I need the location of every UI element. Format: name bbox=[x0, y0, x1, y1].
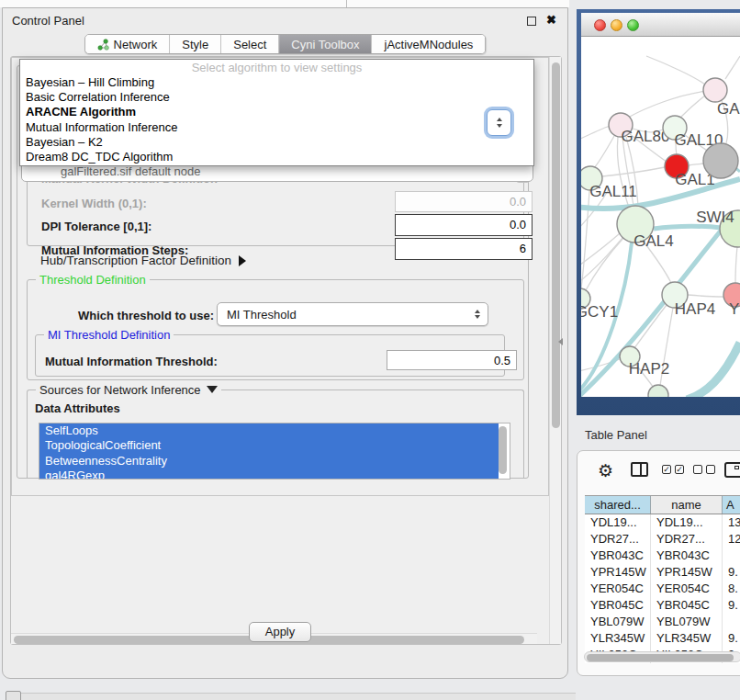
table-panel: ⚙ ✓✓ shared...nameA YDL19...YDL19...13YD… bbox=[577, 450, 740, 676]
kernel-width-input[interactable]: 0.0 bbox=[395, 191, 533, 212]
network-edge[interactable] bbox=[628, 90, 715, 118]
node-label: Y bbox=[729, 300, 739, 318]
table-settings-gear-icon[interactable]: ⚙ bbox=[598, 462, 613, 480]
scrollbar-thumb[interactable] bbox=[552, 62, 560, 428]
column-header-name[interactable]: name bbox=[651, 496, 723, 514]
panel-mode-icon[interactable] bbox=[724, 462, 740, 478]
group-title: MI Threshold Definition bbox=[44, 328, 174, 342]
network-graph: GALGAL80GAL10GAL1GAL11SWI4GAL4GCY1HAP4YH… bbox=[581, 38, 740, 397]
node-label: GAL80 bbox=[622, 128, 670, 145]
control-panel: Control Panel ✖ NetworkStyleSelectCyni T… bbox=[2, 7, 568, 679]
table-cell: YBR045C bbox=[651, 597, 723, 614]
column-header-shared[interactable]: shared... bbox=[585, 496, 651, 514]
dpi-tolerance-label: DPI Tolerance [0,1]: bbox=[41, 220, 151, 233]
close-traffic-light-icon[interactable] bbox=[594, 19, 606, 31]
table-row[interactable]: YDR27...YDR27...12 bbox=[585, 531, 740, 548]
table-cell: YBR043C bbox=[651, 548, 723, 564]
panel-splitter-handle[interactable] bbox=[558, 338, 563, 345]
algorithm-option[interactable]: Bayesian – K2 bbox=[20, 135, 533, 150]
table-cell: 9. bbox=[723, 630, 740, 647]
data-attributes-list[interactable]: SelfLoopsTopologicalCoefficientBetweenne… bbox=[39, 423, 510, 480]
table-row[interactable]: YBR045CYBR045C9. bbox=[585, 597, 740, 614]
table-row[interactable]: YBL079WYBL079W bbox=[585, 614, 740, 630]
algorithm-option[interactable]: Bayesian – Hill Climbing bbox=[20, 75, 533, 90]
tab-style[interactable]: Style bbox=[170, 35, 221, 53]
tab-jactivemnodules[interactable]: jActiveMNodules bbox=[373, 35, 486, 53]
table-cell: YDR27... bbox=[651, 531, 723, 548]
attribute-list-item[interactable]: BetweennessCentrality bbox=[39, 454, 499, 469]
tab-label: Cyni Toolbox bbox=[291, 38, 359, 51]
algorithm-option[interactable]: ARACNE Algorithm bbox=[20, 105, 533, 119]
select-columns-icon[interactable]: ✓✓ bbox=[662, 465, 684, 474]
table-cell: YPR145W bbox=[651, 564, 723, 581]
attribute-list-item[interactable]: SelfLoops bbox=[39, 423, 499, 438]
network-edge[interactable] bbox=[687, 343, 740, 397]
network-edge[interactable] bbox=[680, 96, 705, 118]
network-canvas[interactable]: GALGAL80GAL10GAL1GAL11SWI4GAL4GCY1HAP4YH… bbox=[581, 38, 740, 397]
deselect-columns-icon[interactable] bbox=[693, 465, 715, 474]
tab-select[interactable]: Select bbox=[221, 35, 279, 53]
network-edge[interactable] bbox=[688, 295, 723, 297]
network-edge[interactable] bbox=[634, 305, 667, 348]
network-edge[interactable] bbox=[646, 56, 705, 85]
table-cell bbox=[723, 548, 740, 564]
sources-toggle[interactable]: Sources for Network Inference bbox=[36, 383, 221, 397]
algorithm-option[interactable]: Dream8 DC_TDC Algorithm bbox=[20, 150, 533, 164]
which-threshold-label: Which threshold to use: bbox=[78, 309, 214, 322]
focused-spinner-button[interactable] bbox=[487, 109, 511, 136]
network-edge[interactable] bbox=[735, 246, 737, 283]
split-columns-icon[interactable] bbox=[631, 462, 648, 477]
table-row[interactable]: YLR345WYLR345W9. bbox=[585, 630, 740, 647]
spinner-arrows-icon bbox=[475, 310, 480, 320]
network-edge[interactable] bbox=[654, 226, 721, 229]
zoom-traffic-light-icon[interactable] bbox=[627, 19, 639, 31]
network-edge[interactable] bbox=[581, 237, 623, 284]
kernel-width-label: Kernel Width (0,1): bbox=[41, 197, 147, 210]
dpi-tolerance-input[interactable]: 0.0 bbox=[395, 214, 533, 236]
attribute-list-item[interactable]: gal4RGexp bbox=[39, 469, 499, 480]
network-node-gal[interactable] bbox=[703, 78, 727, 102]
table-row[interactable]: YBR043CYBR043C bbox=[585, 548, 740, 564]
network-edge[interactable] bbox=[581, 126, 610, 141]
network-edge[interactable] bbox=[594, 136, 614, 168]
table-cell: YBR045C bbox=[585, 597, 651, 614]
network-node[interactable] bbox=[703, 143, 738, 178]
attribute-list-item[interactable]: TopologicalCoefficient bbox=[39, 438, 499, 453]
close-icon[interactable]: ✖ bbox=[546, 13, 556, 27]
checked-box-icon: ✓ bbox=[675, 465, 684, 474]
minimize-traffic-light-icon[interactable] bbox=[611, 19, 622, 31]
minimized-panel-icon[interactable] bbox=[6, 691, 21, 700]
threshold-definition-group: Threshold Definition Which threshold to … bbox=[27, 279, 524, 380]
table-row[interactable]: YER054CYER054C8. bbox=[585, 581, 740, 597]
tab-network[interactable]: Network bbox=[85, 35, 171, 53]
apply-button[interactable]: Apply bbox=[249, 622, 311, 642]
algorithm-option[interactable]: Basic Correlation Inference bbox=[20, 90, 533, 105]
column-header-a[interactable]: A bbox=[723, 496, 740, 514]
table-cell: YDL19... bbox=[585, 514, 651, 531]
network-edge[interactable] bbox=[689, 164, 703, 165]
mi-threshold-input[interactable]: 0.5 bbox=[387, 350, 517, 370]
network-edge[interactable] bbox=[725, 56, 740, 79]
node-label: HAP4 bbox=[675, 300, 715, 318]
which-threshold-select[interactable]: MI Threshold bbox=[217, 302, 488, 326]
network-window-titlebar[interactable] bbox=[581, 13, 740, 37]
table-row[interactable]: YPR145WYPR145W9. bbox=[585, 564, 740, 581]
list-scrollbar[interactable] bbox=[499, 426, 507, 474]
spinner-arrows-icon bbox=[497, 118, 502, 128]
hub-definition-toggle[interactable]: Hub/Transcription Factor Definition bbox=[40, 254, 246, 267]
table-cell: YBR043C bbox=[585, 548, 651, 564]
table-row[interactable]: YDL19...YDL19...13 bbox=[585, 514, 740, 531]
tab-label: Select bbox=[233, 38, 266, 51]
node-attribute-table[interactable]: shared...nameA YDL19...YDL19...13YDR27..… bbox=[585, 495, 740, 663]
group-title: Threshold Definition bbox=[36, 273, 150, 287]
algorithm-option[interactable]: Mutual Information Inference bbox=[20, 120, 533, 135]
app-top-strip bbox=[0, 0, 569, 7]
float-window-icon[interactable] bbox=[527, 17, 536, 26]
sources-group: Sources for Network Inference Data Attri… bbox=[27, 390, 524, 479]
settings-vertical-scrollbar[interactable] bbox=[549, 57, 561, 644]
table-horizontal-scrollbar[interactable] bbox=[584, 651, 740, 662]
scrollbar-thumb[interactable] bbox=[587, 654, 734, 661]
tab-cyni-toolbox[interactable]: Cyni Toolbox bbox=[279, 35, 372, 53]
network-node[interactable] bbox=[648, 385, 668, 397]
mi-steps-input[interactable]: 6 bbox=[395, 238, 533, 260]
